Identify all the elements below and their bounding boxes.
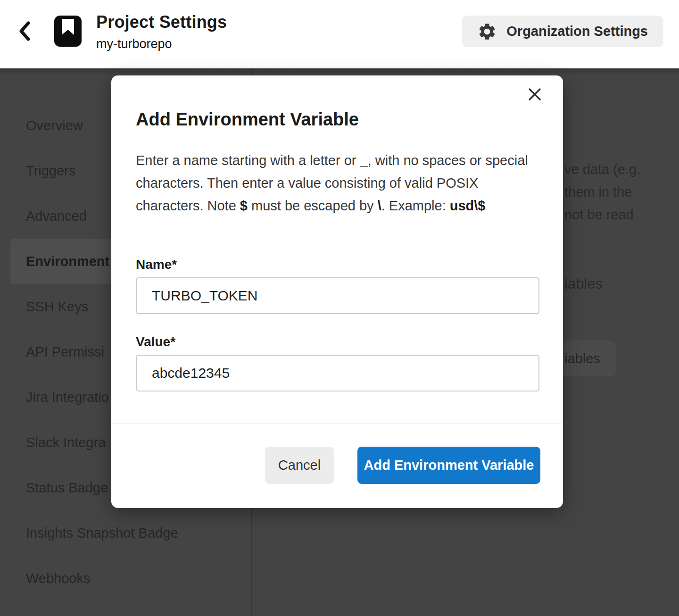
sidebar-item-webhooks[interactable]: Webhooks [10,556,241,601]
close-icon [527,87,542,104]
value-input[interactable] [136,355,539,391]
background-text-fragment: ve data (e.g. [564,162,640,177]
sidebar-item-label: Jira Integratio [26,390,109,405]
description-text: must be escaped by [248,198,378,213]
gear-icon [477,22,497,42]
sidebar-item-label: Overview [26,118,83,133]
description-text: Enter a name starting with a letter or [136,153,360,168]
sidebar-item-label: Triggers [26,163,75,179]
project-bookmark-icon [54,16,82,47]
description-bold-underscore: _ [360,153,368,168]
app-header: Project Settings my-turborepo Organizati… [0,0,679,68]
cancel-button[interactable]: Cancel [265,447,334,484]
background-button-label: iables [564,351,600,366]
sidebar-item-label: Webhooks [26,571,91,586]
background-text-fragment: them in the [564,184,632,200]
sidebar-item-label: SSH Keys [26,299,88,315]
screen: Overview Triggers Advanced Environment S… [0,0,679,616]
sidebar-item-label: Advanced [26,208,87,224]
page-title: Project Settings [96,12,227,32]
name-input[interactable] [136,277,539,314]
dialog-description: Enter a name starting with a letter or _… [136,149,535,217]
description-bold-example: usd\$ [450,198,486,213]
close-button[interactable] [526,87,543,104]
organization-settings-button[interactable]: Organization Settings [462,16,663,47]
name-field-label: Name* [136,257,177,272]
sidebar-item-label: Slack Integra [26,435,106,450]
sidebar-item-label: API Permissi [26,344,104,360]
organization-settings-label: Organization Settings [506,24,648,39]
project-name: my-turborepo [96,37,172,51]
dialog-title: Add Environment Variable [136,109,359,130]
sidebar-item-label: Insights Snapshot Badge [26,525,178,541]
description-bold-backslash: \ [378,198,381,213]
sidebar-item-label: Environment [26,254,109,269]
add-environment-variable-dialog: Add Environment Variable Enter a name st… [111,75,563,508]
add-environment-variable-button[interactable]: Add Environment Variable [357,447,540,484]
background-heading-fragment: iables [564,275,603,292]
description-bold-dollar: $ [240,198,248,213]
footer-divider [111,424,563,424]
sidebar-item-insights-snapshot-badge[interactable]: Insights Snapshot Badge [10,510,241,556]
back-button[interactable] [14,21,35,43]
background-text-fragment: not be read [564,207,634,223]
sidebar-item-label: Status Badge [26,480,108,496]
chevron-left-icon [18,21,31,43]
value-field-label: Value* [136,334,175,350]
description-text: . Example: [381,198,450,213]
